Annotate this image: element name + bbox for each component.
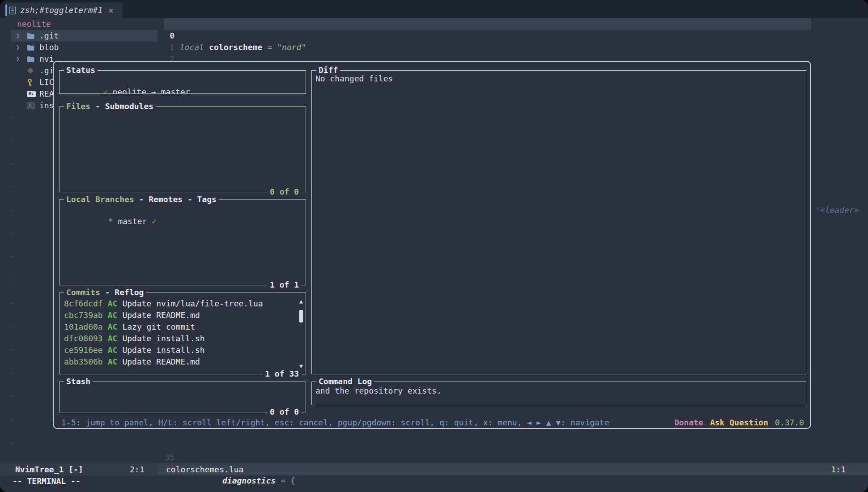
stash-count: 0 of 0 xyxy=(268,406,301,418)
statusline: NvimTree_1 [-] 2:1 colorschemes.lua 1:1 xyxy=(0,463,868,475)
panel-status[interactable]: Status ✓ neolite → master xyxy=(59,70,306,94)
panel-command-log[interactable]: Command Log and the repository exists. xyxy=(311,382,806,405)
panel-branches[interactable]: Local Branches - Remotes - Tags * master… xyxy=(59,199,306,285)
statusline-cursor-position: 1:1 xyxy=(831,463,846,475)
sidebar-item-label: REA xyxy=(39,88,54,100)
diff-content: No changed files xyxy=(315,74,393,83)
statusline-filename: colorschemes.lua xyxy=(166,463,243,475)
tab-toggleterm[interactable]: zsh;#toggleterm#1 × xyxy=(5,3,123,18)
commit-row[interactable]: cbc739abACUpdate README.md xyxy=(64,310,301,321)
files-count: 0 of 0 xyxy=(268,186,301,198)
key-icon xyxy=(27,79,39,86)
mode-indicator: -- TERMINAL -- xyxy=(13,475,81,487)
commit-row[interactable]: 101ad60aACLazy git commit xyxy=(64,321,301,333)
scrollbar-thumb[interactable] xyxy=(299,310,303,322)
sidebar-item-label: ins xyxy=(39,100,54,111)
lazygit-float-window: Status ✓ neolite → master Files - Submod… xyxy=(53,61,811,429)
lazygit-bottom-bar: 1-5: jump to panel, H/L: scroll left/rig… xyxy=(61,417,804,428)
ask-question-link[interactable]: Ask Question xyxy=(710,417,768,428)
branch-name: master xyxy=(118,216,147,226)
tab-close-icon[interactable]: × xyxy=(108,4,113,16)
statusline-buffer-name: NvimTree_1 [-] xyxy=(15,463,83,475)
right-split-code-fragment: '<leader> xyxy=(815,204,859,216)
keybinding-hints: 1-5: jump to panel, H/L: scroll left/rig… xyxy=(61,417,609,428)
branch-row[interactable]: * master ✓ xyxy=(60,200,306,285)
sidebar-item-label: LIC xyxy=(39,76,54,88)
scroll-up-icon[interactable]: ▲ xyxy=(298,298,304,305)
panel-diff[interactable]: Diff No changed files xyxy=(311,70,806,374)
branches-count: 1 of 1 xyxy=(268,279,301,291)
commit-row[interactable]: 8cf6dcdfACUpdate nvim/lua/file-tree.lua xyxy=(64,298,301,310)
tabline: zsh;#toggleterm#1 × xyxy=(0,0,868,18)
gitignore-icon xyxy=(27,68,39,73)
markdown-icon: M↓ xyxy=(27,91,39,97)
status-branch-text: neolite → master xyxy=(112,87,190,93)
file-icon xyxy=(9,6,16,15)
statusline-tree-position: 2:1 xyxy=(130,463,145,475)
code-line-2: 2 ifcolorscheme=="onedark"then xyxy=(0,42,868,53)
lazygit-version: 0.37.0 xyxy=(775,417,804,428)
current-branch-star: * xyxy=(108,216,113,226)
tab-title: zsh;#toggleterm#1 xyxy=(20,4,102,16)
commit-row[interactable]: abb3506bACUpdate README.md xyxy=(64,356,301,368)
code-line-1: 1 xyxy=(0,30,868,42)
commits-count: 1 of 33 xyxy=(263,368,301,380)
panel-files[interactable]: Files - Submodules 0 of 0 xyxy=(59,106,306,192)
commit-row[interactable]: dfc08093ACUpdate install.sh xyxy=(64,333,301,344)
code-line-35: 35 -- Plugins Config -- xyxy=(0,440,868,452)
panel-files-title: Files - Submodules xyxy=(64,101,156,112)
panel-stash-title: Stash xyxy=(64,376,93,387)
panel-stash[interactable]: Stash 0 of 0 xyxy=(59,382,306,412)
commit-row[interactable]: ce5916eeACUpdate install.sh xyxy=(64,344,301,356)
terminal-window: zsh;#toggleterm#1 × neolite ❯ .git ❯ blo… xyxy=(0,0,868,492)
check-icon: ✓ xyxy=(103,87,108,93)
active-tab-indicator xyxy=(5,4,7,16)
terminal-script-icon: ❯_ xyxy=(27,102,39,109)
donate-link[interactable]: Donate xyxy=(674,417,703,428)
empty-buffer-tildes: ~~~ ~~~ ~~~ ~~~ ~~~ xyxy=(9,111,14,460)
command-log-content: and the repository exists. xyxy=(315,386,442,395)
check-icon: ✓ xyxy=(152,216,157,226)
panel-commits[interactable]: Commits - Reflog 8cf6dcdfACUpdate nvim/l… xyxy=(59,293,306,374)
code-line-0: 0 localcolorscheme="nord" xyxy=(0,18,868,30)
code-line-36: 36 diagnostics= { xyxy=(0,452,868,463)
commits-scrollbar[interactable]: ▲ ▼ xyxy=(298,296,304,371)
sidebar-item-label: .gi xyxy=(39,65,54,76)
